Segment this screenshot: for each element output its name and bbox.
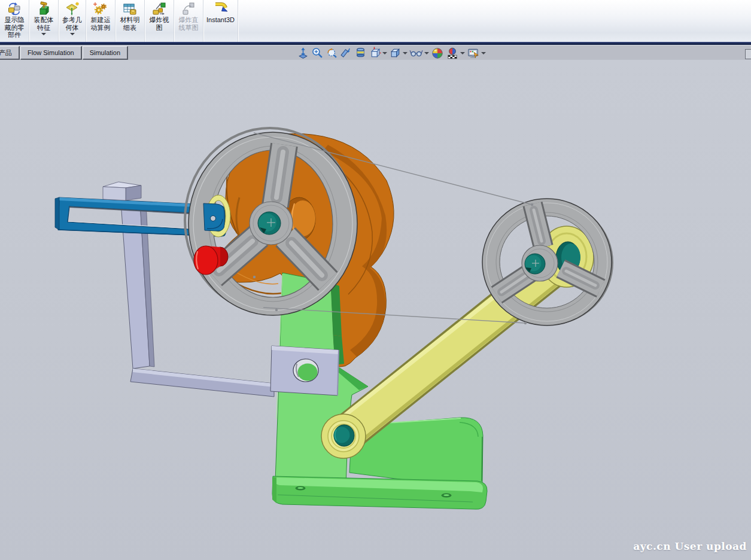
edit-appearance-icon[interactable] — [431, 47, 444, 60]
toolbar-button-label: 细表 — [123, 24, 136, 32]
commandmanager-tab-band: 产品 Flow Simulation Simulation — [0, 45, 751, 60]
toolbar-button-label: 线草图 — [179, 24, 199, 32]
view-settings-icon[interactable] — [467, 47, 480, 60]
rotate-view-icon[interactable] — [354, 47, 367, 59]
l-frame-block[interactable] — [270, 346, 339, 395]
watermark-text: ayc.cn User upload — [633, 540, 747, 552]
toolbar-button-exploded-view[interactable]: 爆炸视 图 — [145, 0, 174, 42]
apply-scene-icon[interactable] — [446, 47, 459, 60]
toolbar-button-label: 材料明 — [120, 16, 140, 24]
assembly-model[interactable] — [0, 60, 751, 560]
toolbar-button-label: 爆炸视 — [150, 16, 169, 24]
toolbar-button-new-motion-study[interactable]: 新建运 动算例 — [86, 0, 115, 42]
dropdown-arrow-icon[interactable] — [70, 33, 75, 35]
toolbar-button-reference-geometry[interactable]: 参考几 何体 — [59, 0, 86, 42]
command-toolbar: 显示隐 藏的零 部件 装配体 特征 — [0, 0, 751, 42]
dropdown-arrow-icon[interactable] — [424, 52, 429, 54]
toolbar-button-label: 爆炸直 — [179, 16, 199, 24]
toolbar-button-label: 图 — [156, 24, 163, 32]
zoom-to-fit-icon[interactable] — [297, 47, 309, 59]
show-hidden-components-icon — [7, 2, 22, 16]
exploded-view-icon — [151, 2, 167, 16]
toolbar-button-label: 特征 — [37, 24, 50, 32]
tab-product[interactable]: 产品 — [0, 46, 20, 60]
toolbar-button-label: 藏的零 — [5, 24, 25, 32]
toolbar-button-show-hidden-components[interactable]: 显示隐 藏的零 部件 — [0, 0, 29, 42]
tab-flow-simulation[interactable]: Flow Simulation — [20, 46, 82, 60]
l-frame-cap[interactable] — [103, 182, 141, 200]
toolbar-button-label: 参考几 — [62, 16, 82, 24]
dropdown-arrow-icon[interactable] — [460, 52, 465, 54]
previous-view-icon[interactable] — [326, 47, 338, 59]
toolbar-button-assembly-features[interactable]: 装配体 特征 — [29, 0, 59, 42]
toolbar-button-label: 何体 — [66, 24, 79, 32]
explode-line-sketch-icon — [181, 2, 196, 16]
bill-of-materials-icon — [122, 2, 138, 16]
toolbar-button-label: 显示隐 — [5, 16, 25, 24]
reference-geometry-icon — [65, 2, 80, 16]
dropdown-arrow-icon[interactable] — [382, 52, 387, 54]
toolbar-button-instant3d[interactable]: Instant3D — [203, 0, 238, 42]
view-orientation-icon[interactable] — [369, 47, 381, 59]
toolbar-button-label: 部件 — [8, 31, 21, 39]
toolbar-button-bill-of-materials[interactable]: 材料明 细表 — [115, 0, 145, 42]
assembly-features-icon — [36, 2, 51, 16]
hide-show-items-icon[interactable] — [409, 47, 423, 59]
commandmanager-tabs: 产品 Flow Simulation Simulation — [0, 46, 129, 60]
dropdown-arrow-icon[interactable] — [403, 52, 408, 54]
tab-simulation[interactable]: Simulation — [83, 46, 128, 60]
toolbar-button-explode-line-sketch[interactable]: 爆炸直 线草图 — [174, 0, 203, 42]
toolbar-button-label: 装配体 — [34, 16, 54, 24]
dropdown-arrow-icon[interactable] — [481, 52, 486, 54]
collapsed-toolbar-edge-button[interactable] — [745, 49, 751, 59]
l-frame-bar[interactable] — [130, 369, 274, 397]
instant3d-icon — [213, 2, 229, 16]
toolbar-button-label: 动算例 — [91, 24, 111, 32]
graphics-viewport[interactable]: ayc.cn User upload — [0, 60, 751, 560]
heads-up-view-toolbar — [297, 46, 486, 60]
dropdown-arrow-icon[interactable] — [41, 33, 46, 35]
zoom-to-area-icon[interactable] — [311, 47, 324, 59]
toolbar-button-label: 新建运 — [91, 16, 111, 24]
section-view-icon[interactable] — [340, 47, 352, 59]
display-style-icon[interactable] — [389, 47, 402, 59]
new-motion-study-icon — [93, 2, 108, 16]
toolbar-button-label: Instant3D — [206, 16, 235, 24]
stand-base-plate[interactable] — [272, 476, 487, 509]
